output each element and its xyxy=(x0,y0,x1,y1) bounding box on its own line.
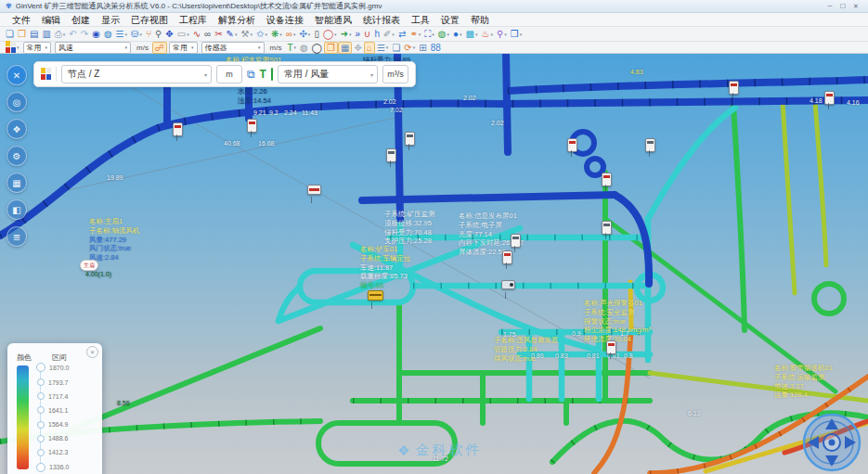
flame-icon[interactable]: ♨▾ xyxy=(479,28,494,40)
flow-attribute-select[interactable]: 常用 / 风量▾ xyxy=(278,65,378,83)
table-view-icon[interactable]: ⊞ xyxy=(417,42,428,54)
menu-item-工程库[interactable]: 工程库 xyxy=(175,14,212,26)
legend-tick-dot xyxy=(37,378,45,386)
select-rect-icon[interactable]: ▭▾ xyxy=(175,28,191,40)
menu-item-创建[interactable]: 创建 xyxy=(67,14,95,26)
pen-icon[interactable]: ✎▾ xyxy=(225,28,240,40)
copy-icon[interactable]: ⧉ xyxy=(247,68,255,81)
edge-group-select[interactable]: 常用▾ xyxy=(23,42,52,54)
menu-item-文件[interactable]: 文件 xyxy=(7,14,35,26)
color-swatches-icon[interactable]: ▾ xyxy=(4,42,21,54)
air-door-icon[interactable]: ▯ xyxy=(312,28,321,40)
star-icon[interactable]: ✩▾ xyxy=(254,28,269,40)
sensor-annotation: 名称:铲车01子系统:车辆定位车速:11.87载重程度:85.73编号:01 xyxy=(360,245,411,290)
expand-frame-icon[interactable]: ⛶▾ xyxy=(422,28,436,40)
legend-color-header: 颜色 xyxy=(17,352,32,363)
sensor-group-select[interactable]: 常用▾ xyxy=(169,42,198,54)
swap-icon[interactable]: ⇄ xyxy=(396,28,408,40)
database-icon[interactable]: ⛁▾ xyxy=(129,28,144,40)
new-file-icon[interactable]: ❏ xyxy=(4,28,16,40)
refresh-icon[interactable]: ⟳▾ xyxy=(402,42,417,54)
view-toolbar: ▾ 常用▾ 风速▾ m/s ☍ 常用▾ 传感器▾ m/s T▾◍◯❒▦✥⌂☰▾❏… xyxy=(0,42,868,54)
grid-icon[interactable]: ▦ xyxy=(6,173,27,193)
wrench-icon[interactable]: ⚒▾ xyxy=(240,28,254,40)
text-label-icon[interactable]: T▾ xyxy=(285,42,298,54)
solver-icon[interactable]: ◉ xyxy=(90,28,102,40)
sensor-unit-label: m/s xyxy=(270,44,282,52)
menu-item-智能通风[interactable]: 智能通风 xyxy=(310,14,356,26)
circle-outline-icon[interactable]: ◯ xyxy=(310,42,324,54)
binoculars-icon[interactable]: ∞ xyxy=(202,28,213,40)
fan-icon[interactable]: ✣▾ xyxy=(297,28,312,40)
globe-gray-icon[interactable]: ◍ xyxy=(298,42,310,54)
menu-item-显示[interactable]: 显示 xyxy=(97,14,124,26)
node-color-icon[interactable] xyxy=(41,68,51,81)
magnet-icon[interactable]: ∪ xyxy=(362,28,372,40)
legend-close-icon[interactable]: ✕ xyxy=(86,346,98,358)
menu-item-工具[interactable]: 工具 xyxy=(407,14,434,26)
globe-view-icon[interactable]: ◍ xyxy=(102,28,114,40)
rings-icon[interactable]: ∞▾ xyxy=(284,28,298,40)
network-icon[interactable]: ❖ xyxy=(6,119,27,139)
filter-sliders-icon[interactable]: ☰▾ xyxy=(114,28,129,40)
minimize-button[interactable]: ─ xyxy=(823,3,836,9)
gear-icon[interactable]: ⚙ xyxy=(6,146,27,166)
fan-swirl-icon[interactable]: ❋▾ xyxy=(269,28,284,40)
id-badge-icon[interactable]: 88 xyxy=(429,42,443,54)
panels-icon[interactable]: ❒ xyxy=(324,42,338,54)
ring-red-icon[interactable]: ◯▾ xyxy=(321,28,339,40)
menu-item-编辑[interactable]: 编辑 xyxy=(37,14,65,26)
menu-item-帮助[interactable]: 帮助 xyxy=(466,14,494,26)
node-unit-label: m xyxy=(216,65,242,83)
list-view-icon[interactable]: ☰▾ xyxy=(375,42,390,54)
sphere-icon[interactable]: ●▾ xyxy=(451,28,464,40)
node-attribute-select[interactable]: 节点 / Z▾ xyxy=(61,65,212,83)
menu-item-设备连接[interactable]: 设备连接 xyxy=(262,14,308,26)
camera-icon[interactable]: ◧ xyxy=(6,199,27,220)
search-icon[interactable]: ⚲ xyxy=(153,28,163,40)
save-all-icon[interactable]: ▥ xyxy=(40,28,52,40)
windows-cascade-icon[interactable]: ❏ xyxy=(390,42,402,54)
close-button[interactable]: ✕ xyxy=(849,3,862,10)
report-doc-icon[interactable]: ❒▾ xyxy=(509,28,524,40)
menu-item-解算分析[interactable]: 解算分析 xyxy=(214,14,260,26)
cube-grid-icon[interactable]: ▩▾ xyxy=(464,28,480,40)
chain-links-icon[interactable]: ⚭▾ xyxy=(408,28,422,40)
gray-sensor-icon xyxy=(511,234,521,248)
text-style-icon[interactable]: T xyxy=(260,68,266,81)
layers-icon[interactable]: ≣ xyxy=(6,226,27,247)
menu-item-设置[interactable]: 设置 xyxy=(436,14,464,26)
navigation-compass[interactable] xyxy=(801,412,862,474)
menu-item-统计报表[interactable]: 统计报表 xyxy=(358,14,405,26)
pipe-value-label: 1.75 xyxy=(503,331,516,338)
undo-icon[interactable]: ↶ xyxy=(67,28,78,40)
hook-tool-icon[interactable]: h xyxy=(372,28,382,40)
redo-icon[interactable]: ↷ xyxy=(79,28,90,40)
data-grid-icon[interactable]: ▦ xyxy=(338,42,352,54)
arrow-green-icon[interactable]: ➜▾ xyxy=(339,28,354,40)
sensor-metric-select[interactable]: 传感器▾ xyxy=(201,42,265,54)
structure-tree-icon[interactable]: ⑂ xyxy=(144,28,153,40)
curve-chart-icon[interactable]: ∿ xyxy=(191,28,202,40)
search-analyze-icon[interactable]: ⚲▾ xyxy=(495,28,509,40)
viewport-3d[interactable]: 名称:积水监测S01水位:2.26浊度:14.54锚杆受力:74.89支护压力:… xyxy=(0,54,868,474)
link-icon[interactable]: ☍ xyxy=(152,42,167,54)
globe-green-icon[interactable]: ◍▾ xyxy=(436,28,451,40)
maximize-button[interactable]: ☐ xyxy=(836,3,849,10)
open-file-icon[interactable]: ❐ xyxy=(16,28,28,40)
brush-icon[interactable]: ✐▾ xyxy=(382,28,396,40)
move-3d-icon[interactable]: ✥ xyxy=(352,42,363,54)
menu-item-已存视图[interactable]: 已存视图 xyxy=(126,14,173,26)
close-icon[interactable]: ✕ xyxy=(6,65,27,85)
edge-metric-select[interactable]: 风速▾ xyxy=(55,42,131,54)
pipe-value-label: 4.18 xyxy=(810,97,823,104)
sensor-annotation: 名称:主扇1子名称:轴流风机风量:477.29风门状态:true风速:2.84 xyxy=(89,217,140,263)
move-tool-icon[interactable]: ✥ xyxy=(163,28,175,40)
eye-icon[interactable]: ◎ xyxy=(6,92,27,112)
double-arrow-icon[interactable]: » xyxy=(354,28,363,40)
home-view-icon[interactable]: ⌂ xyxy=(364,42,375,54)
cut-icon[interactable]: ✂ xyxy=(213,28,224,40)
export-print-icon[interactable]: ⎙▾ xyxy=(53,28,68,40)
save-icon[interactable]: ▤ xyxy=(28,28,40,40)
pipe-value-label: 0.83 xyxy=(555,352,568,359)
